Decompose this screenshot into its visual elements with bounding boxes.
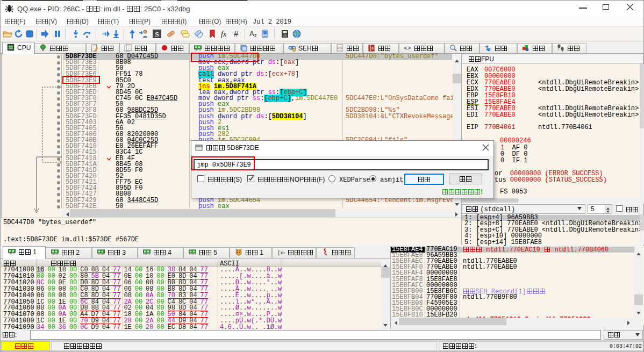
svg-text:<>: <> — [337, 46, 342, 51]
svg-text:[x=]: [x=] — [277, 250, 285, 256]
svg-text:a: a — [371, 46, 374, 50]
svg-text:S: S — [155, 30, 159, 38]
svg-text:#: # — [234, 29, 239, 38]
svg-text:A: A — [249, 30, 254, 38]
svg-text:z: z — [254, 33, 257, 38]
svg-text:fx: fx — [221, 30, 227, 38]
svg-text:<>: <> — [404, 45, 411, 51]
svg-text:32: 32 — [9, 46, 13, 49]
